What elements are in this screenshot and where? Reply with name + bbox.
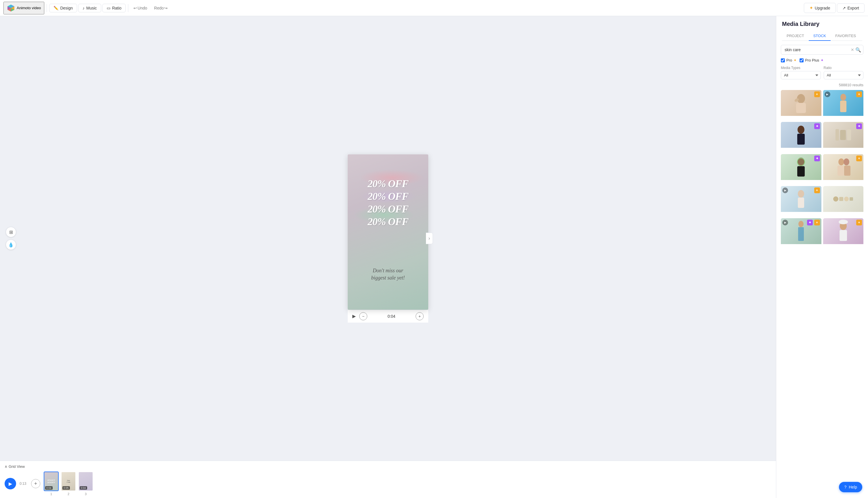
pro-plus-badge-3: ✦ bbox=[814, 123, 820, 129]
undo-button[interactable]: ↩ Undo bbox=[131, 4, 150, 12]
upgrade-button[interactable]: ✦ Upgrade bbox=[804, 3, 836, 13]
video-controls: ▶ − 0:04 + bbox=[348, 310, 428, 323]
help-button[interactable]: ? Help bbox=[839, 482, 862, 492]
upgrade-star-icon: ✦ bbox=[809, 5, 813, 11]
music-button[interactable]: ♪ Music bbox=[78, 4, 101, 12]
grid-view-label: Grid View bbox=[9, 464, 25, 469]
ratio-group: Ratio All Square Portrait Landscape bbox=[824, 66, 864, 79]
pro-star-icon: ✦ bbox=[793, 58, 797, 62]
total-time-display: 0:13 bbox=[20, 482, 28, 486]
slide-1-duration: 0:04 bbox=[45, 486, 53, 490]
pro-label: Pro bbox=[786, 58, 792, 62]
sidebar-collapse-arrow[interactable]: › bbox=[426, 233, 433, 244]
tagline-text: Don't miss ourbiggest sale yet! bbox=[348, 267, 428, 281]
design-button[interactable]: ✏️ Design bbox=[49, 4, 77, 12]
tab-project[interactable]: PROJECT bbox=[782, 31, 809, 41]
sale-line-4: 20% OFF bbox=[367, 215, 409, 228]
pro-badge-7: + bbox=[814, 187, 820, 193]
export-button[interactable]: ↗ Export bbox=[837, 3, 865, 13]
media-item-2[interactable]: ▶ + bbox=[823, 90, 864, 120]
pro-plus-star-icon: ✦ bbox=[820, 58, 824, 62]
add-slide-button[interactable]: + bbox=[31, 479, 40, 488]
svg-rect-19 bbox=[838, 166, 844, 176]
video-preview: 20% OFF 20% OFF 20% OFF 20% OFF Don't mi… bbox=[348, 154, 428, 310]
person-svg-5 bbox=[791, 156, 811, 179]
person-svg-3 bbox=[791, 123, 811, 146]
grid-view-toggle[interactable]: ∧ Grid View bbox=[4, 464, 25, 469]
timeline-header: ∧ Grid View bbox=[4, 464, 772, 469]
redo-button[interactable]: Redo ↪ bbox=[151, 4, 170, 12]
play-button[interactable]: ▶ bbox=[352, 313, 356, 319]
media-item-8[interactable] bbox=[823, 186, 864, 216]
svg-rect-15 bbox=[797, 166, 805, 176]
image-grid: + ▶ + bbox=[781, 90, 864, 248]
time-decrease-button[interactable]: − bbox=[359, 312, 367, 320]
logo-label: Animoto video bbox=[17, 6, 41, 10]
search-clear-button[interactable]: ✕ bbox=[851, 48, 854, 52]
slide-3-number: 3 bbox=[85, 492, 87, 496]
color-tool-button[interactable]: 💧 bbox=[6, 239, 16, 250]
pro-checkbox[interactable] bbox=[781, 58, 785, 62]
slide-thumb-3[interactable]: 0:04 bbox=[78, 472, 93, 491]
person-svg-1 bbox=[791, 91, 811, 115]
side-toolbar: ⊞ 💧 bbox=[6, 227, 16, 250]
logo-button[interactable]: Animoto video bbox=[3, 2, 44, 14]
main-layout: ⊞ 💧 20% OFF 20% OFF 20% OFF 20% OFF bbox=[0, 16, 868, 498]
person-svg-7 bbox=[791, 187, 811, 210]
svg-point-10 bbox=[840, 94, 846, 101]
slide-2-duration: 0:05 bbox=[62, 486, 70, 490]
sale-line-3: 20% OFF bbox=[367, 203, 409, 215]
slide-thumb-1[interactable]: 20%OFF20%OFF 0:04 bbox=[44, 472, 59, 491]
time-display: 0:04 bbox=[371, 314, 412, 318]
filter-row: Pro ✦ Pro Plus ✦ bbox=[781, 58, 864, 62]
media-item-5[interactable]: ✦ bbox=[781, 154, 821, 184]
slide-item-3: 0:04 3 bbox=[78, 472, 93, 496]
pro-filter-label[interactable]: Pro ✦ bbox=[781, 58, 797, 62]
design-icon: ✏️ bbox=[53, 6, 59, 10]
tab-stock[interactable]: STOCK bbox=[809, 31, 831, 41]
svg-point-17 bbox=[838, 158, 844, 165]
animoto-logo-icon bbox=[7, 4, 15, 12]
search-submit-button[interactable]: 🔍 bbox=[855, 47, 861, 53]
video-play-icon-2: ▶ bbox=[825, 91, 830, 97]
media-item-9[interactable]: ▶ + ✦ bbox=[781, 218, 821, 248]
sale-line-2: 20% OFF bbox=[367, 191, 409, 202]
media-item-6[interactable]: + bbox=[823, 154, 864, 184]
ratio-label: Ratio bbox=[824, 66, 864, 70]
person-svg-6 bbox=[833, 156, 853, 179]
pro-badge-2: + bbox=[856, 91, 862, 97]
chevron-down-icon: ∧ bbox=[4, 464, 8, 469]
timeline-play-button[interactable]: ▶ bbox=[4, 478, 16, 489]
ratio-icon: ▭ bbox=[107, 6, 111, 10]
slide-thumb-2[interactable]: SaleCode 0:05 bbox=[61, 472, 76, 491]
tab-favorites[interactable]: FAVORITES bbox=[831, 31, 860, 41]
layout-tool-button[interactable]: ⊞ bbox=[6, 227, 16, 237]
svg-rect-20 bbox=[844, 166, 851, 176]
pro-plus-checkbox[interactable] bbox=[800, 58, 804, 62]
ratio-select[interactable]: All Square Portrait Landscape bbox=[824, 71, 864, 79]
dropdowns-row: Media Types All Photos Videos Ratio All … bbox=[781, 66, 864, 79]
media-item-10[interactable]: + bbox=[823, 218, 864, 248]
media-item-7[interactable]: ▶ + bbox=[781, 186, 821, 216]
svg-point-23 bbox=[799, 221, 804, 227]
pro-plus-filter-label[interactable]: Pro Plus ✦ bbox=[800, 58, 824, 62]
time-increase-button[interactable]: + bbox=[416, 312, 424, 320]
svg-point-12 bbox=[798, 126, 804, 134]
slide-thumbnails: 20%OFF20%OFF 0:04 1 SaleCode bbox=[44, 472, 93, 496]
media-types-select[interactable]: All Photos Videos bbox=[781, 71, 821, 79]
ratio-button[interactable]: ▭ Ratio bbox=[102, 4, 126, 12]
media-item-3[interactable]: ✦ bbox=[781, 122, 821, 152]
slide-item-2: SaleCode 0:05 2 bbox=[61, 472, 76, 496]
media-item-1[interactable]: + bbox=[781, 90, 821, 120]
pro-plus-badge-9: ✦ bbox=[807, 220, 813, 225]
media-sidebar: Media Library PROJECT STOCK FAVORITES ✕ … bbox=[776, 16, 868, 498]
media-library-title: Media Library bbox=[782, 21, 862, 27]
slide-2-number: 2 bbox=[68, 492, 69, 496]
svg-point-18 bbox=[844, 158, 849, 165]
svg-rect-24 bbox=[798, 227, 804, 241]
canvas-workspace: ⊞ 💧 20% OFF 20% OFF 20% OFF 20% OFF bbox=[0, 16, 776, 461]
svg-point-27 bbox=[839, 220, 848, 224]
timeline-tracks: ▶ 0:13 + 20%OFF20%OFF 0:04 bbox=[4, 472, 772, 496]
sidebar-content: ✕ 🔍 Pro ✦ Pro Plus ✦ Media Typ bbox=[776, 41, 868, 498]
media-item-4[interactable]: ✦ bbox=[823, 122, 864, 152]
